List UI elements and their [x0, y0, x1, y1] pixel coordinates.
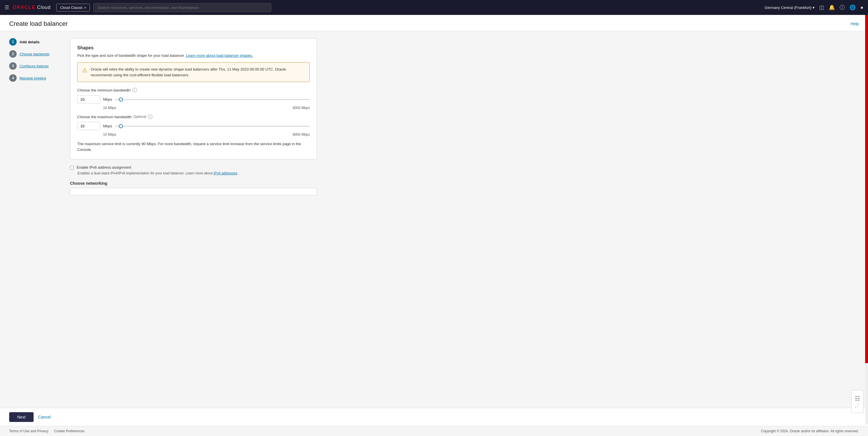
region-chevron-icon: ▾: [813, 5, 815, 10]
top-navigation: ☰ ORACLE Cloud Cloud Classic > Germany C…: [0, 0, 868, 15]
region-selector[interactable]: Germany Central (Frankfurt) ▾: [765, 5, 815, 10]
max-bandwidth-input-row: Mbps: [77, 122, 310, 130]
code-icon[interactable]: ◫: [819, 4, 824, 11]
min-bandwidth-slider-thumb[interactable]: [119, 98, 123, 102]
min-bandwidth-input-row: Mbps: [77, 95, 310, 104]
cancel-link[interactable]: Cancel: [38, 415, 51, 420]
step-2-number: 2: [9, 50, 17, 58]
help-icon[interactable]: ⓘ: [840, 4, 845, 11]
ipv6-suffix: .: [238, 171, 239, 175]
max-bandwidth-input[interactable]: [77, 122, 100, 130]
max-bandwidth-info-icon[interactable]: i: [148, 114, 152, 119]
grid-icon: ⋰: [855, 403, 860, 408]
shapes-title: Shapes: [77, 45, 310, 51]
max-bandwidth-slider-thumb[interactable]: [119, 124, 123, 128]
max-bandwidth-range: 10 Mbps 8000 Mbps: [77, 133, 310, 137]
shapes-desc-text: Pick the type and size of bandwidth shap…: [77, 53, 185, 58]
max-bandwidth-slider-track[interactable]: [115, 126, 310, 127]
min-bandwidth-label: Choose the minimum bandwidth i: [77, 88, 310, 92]
cookies-link[interactable]: Cookie Preferences: [54, 429, 84, 433]
nav-right: Germany Central (Frankfurt) ▾ ◫ 🔔 ⓘ 🌐 ●: [765, 4, 863, 11]
max-optional-text: Optional: [133, 115, 146, 119]
steps-sidebar: 1 Add details 2 Choose backends 3 Config…: [9, 38, 61, 401]
support-widget[interactable]: ☷ ⋰: [851, 390, 863, 413]
content-area: Shapes Pick the type and size of bandwid…: [70, 38, 317, 401]
step-2[interactable]: 2 Choose backends: [9, 50, 61, 58]
min-bandwidth-input[interactable]: [77, 95, 100, 104]
learn-more-link[interactable]: Learn more about load balancer shapes.: [186, 53, 253, 58]
step-3-label: Configure listener: [20, 64, 49, 68]
max-mbps-label: Mbps: [103, 124, 112, 128]
networking-box: [70, 188, 317, 195]
globe-icon[interactable]: 🌐: [849, 4, 856, 11]
networking-label: Choose networking: [70, 181, 317, 186]
oracle-logo: ORACLE Cloud: [12, 5, 51, 10]
cloud-classic-button[interactable]: Cloud Classic >: [56, 4, 90, 11]
copyright-text: Copyright © 2024, Oracle and/or its affi…: [761, 429, 859, 433]
oracle-text: ORACLE: [12, 5, 36, 10]
min-range-low: 10 Mbps: [103, 106, 116, 110]
footer-left: Terms of Use and Privacy Cookie Preferen…: [9, 429, 84, 433]
step-4-label: Manage logging: [20, 76, 46, 80]
max-range-high: 8000 Mbps: [293, 133, 310, 137]
step-4[interactable]: 4 Manage logging: [9, 74, 61, 82]
min-bandwidth-text: Choose the minimum bandwidth: [77, 88, 131, 92]
ipv6-checkbox-row: Enable IPv6 address assignment: [70, 165, 317, 170]
warning-text: Oracle will retire the ability to create…: [91, 67, 305, 78]
min-bandwidth-slider-track[interactable]: [115, 99, 310, 100]
help-link[interactable]: Help: [850, 22, 859, 26]
user-icon[interactable]: ●: [860, 5, 863, 11]
cloud-text: Cloud: [37, 5, 51, 10]
min-mbps-label: Mbps: [103, 97, 112, 102]
search-input[interactable]: [93, 3, 271, 12]
step-4-number: 4: [9, 74, 17, 82]
scrollbar-thumb[interactable]: [865, 15, 868, 363]
hamburger-icon[interactable]: ☰: [5, 4, 9, 11]
step-3[interactable]: 3 Configure listener: [9, 62, 61, 70]
step-2-label: Choose backends: [20, 52, 50, 56]
support-icon: ☷: [855, 395, 860, 402]
bell-icon[interactable]: 🔔: [829, 4, 835, 11]
max-range-low: 10 Mbps: [103, 133, 116, 137]
footer: Terms of Use and Privacy Cookie Preferen…: [0, 426, 868, 436]
min-range-high: 8000 Mbps: [293, 106, 310, 110]
networking-section: Choose networking: [70, 181, 317, 195]
bottom-bar: Next Cancel: [0, 408, 868, 426]
ipv6-description: Enables a dual-stack IPv4/IPv6 implement…: [78, 171, 317, 175]
next-button[interactable]: Next: [9, 412, 34, 422]
max-bandwidth-label: Choose the maximum bandwidth Optional i: [77, 114, 310, 119]
warning-box: ⚠ Oracle will retire the ability to crea…: [77, 62, 310, 82]
shapes-box: Shapes Pick the type and size of bandwid…: [70, 38, 317, 160]
terms-link[interactable]: Terms of Use and Privacy: [9, 429, 49, 433]
page-header: Create load balancer Help: [0, 15, 868, 31]
min-bandwidth-info-icon[interactable]: i: [132, 88, 137, 92]
step-1-number: 1: [9, 38, 17, 45]
warning-icon: ⚠: [82, 67, 87, 78]
step-1-label: Add details: [20, 40, 40, 44]
max-bandwidth-text: Choose the maximum bandwidth: [77, 115, 131, 119]
service-limit-note: The maximum service limit is currently 9…: [77, 141, 310, 152]
main-content: 1 Add details 2 Choose backends 3 Config…: [0, 31, 868, 408]
ipv6-link[interactable]: IPv6 addresses: [214, 171, 237, 175]
min-bandwidth-range: 10 Mbps 8000 Mbps: [77, 106, 310, 110]
scrollbar-track[interactable]: [865, 15, 868, 425]
ipv6-label: Enable IPv6 address assignment: [76, 165, 131, 170]
page-title: Create load balancer: [9, 20, 68, 28]
step-3-number: 3: [9, 62, 17, 70]
ipv6-checkbox[interactable]: [70, 166, 74, 170]
region-label: Germany Central (Frankfurt): [765, 5, 811, 10]
ipv6-desc-text: Enables a dual-stack IPv4/IPv6 implement…: [78, 171, 213, 175]
step-1[interactable]: 1 Add details: [9, 38, 61, 45]
shapes-description: Pick the type and size of bandwidth shap…: [77, 53, 310, 58]
